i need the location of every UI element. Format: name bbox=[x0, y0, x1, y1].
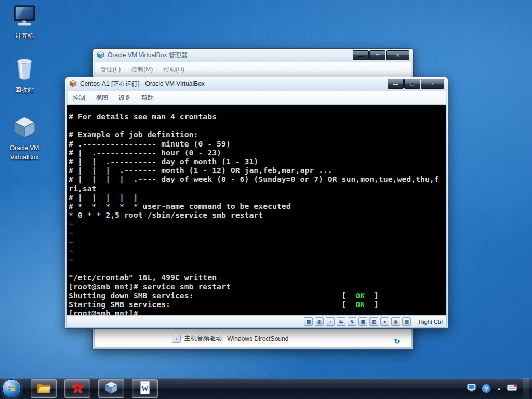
terminal-line: Shutting down SMB services: [ OK ] bbox=[69, 291, 445, 300]
word-icon: W bbox=[139, 381, 151, 397]
optical-disc-icon[interactable] bbox=[315, 317, 324, 326]
vm-window-icon bbox=[69, 79, 77, 89]
vm-window-title: Centos-A1 [正在运行] - Oracle VM VirtualBox bbox=[80, 79, 205, 88]
hdd-icon[interactable] bbox=[304, 317, 313, 326]
vm-status-icons bbox=[304, 317, 411, 326]
tray-help-icon[interactable]: ? bbox=[482, 384, 491, 393]
terminal-line: Starting SMB services: [ OK ] bbox=[69, 300, 445, 309]
tray-hidden-icons-arrow[interactable]: ▲ bbox=[497, 386, 501, 391]
manager-minimize-button[interactable]: — bbox=[353, 50, 369, 60]
terminal-line: # Example of job definition: bbox=[69, 130, 445, 139]
vm-menu-view[interactable]: 视图 bbox=[90, 91, 113, 105]
vm-restore-button[interactable]: □ bbox=[404, 79, 420, 89]
mouse-icon[interactable] bbox=[391, 317, 400, 326]
manager-menu-file[interactable]: 管理(F) bbox=[95, 62, 126, 76]
video-capture-icon[interactable] bbox=[380, 317, 389, 326]
terminal-line: ~ bbox=[69, 237, 445, 246]
terminal-line: # * * * * * user-name command to be exec… bbox=[69, 202, 445, 210]
desktop-icon-computer[interactable]: 计算机 bbox=[2, 5, 47, 40]
host-key-label: Right Ctrl bbox=[419, 318, 443, 325]
terminal-line: # | | .---------- day of month (1 - 31) bbox=[69, 157, 445, 166]
display-icon[interactable] bbox=[369, 317, 378, 326]
terminal-line bbox=[69, 264, 445, 273]
windows-orb-icon bbox=[2, 379, 21, 398]
network-icon[interactable] bbox=[337, 317, 345, 326]
refresh-preview-icon[interactable]: ↻ bbox=[392, 337, 402, 346]
terminal-line: "/etc/crontab" 16L, 499C written bbox=[69, 273, 445, 282]
desktop-icon-recycle-bin[interactable]: 回收站 bbox=[2, 57, 47, 94]
terminal[interactable]: # For details see man 4 crontabs # Examp… bbox=[67, 105, 446, 315]
svg-text:W: W bbox=[141, 385, 149, 393]
terminal-line: # | | | | | bbox=[69, 193, 445, 202]
virtualbox-icon bbox=[2, 115, 47, 141]
desktop-icon-label: Oracle VM VirtualBox bbox=[10, 144, 39, 161]
desktop-icon-label: 回收站 bbox=[15, 86, 34, 94]
virtualbox-taskbar-icon bbox=[104, 381, 118, 396]
system-tray: ? ▲ bbox=[467, 378, 532, 399]
manager-menubar: 管理(F) 控制(M) 帮助(H) bbox=[95, 62, 411, 76]
terminal-line: * 0 * * 2,5 root /sbin/service smb resta… bbox=[69, 210, 445, 219]
audio-icon[interactable] bbox=[326, 317, 335, 326]
terminal-line: # .---------------- minute (0 - 59) bbox=[69, 139, 445, 148]
terminal-line: ~ bbox=[69, 246, 445, 255]
manager-maximize-button[interactable]: □ bbox=[369, 50, 385, 60]
terminal-line: [root@smb mnt]# service smb restart bbox=[69, 282, 445, 291]
taskbar: W ? ▲ bbox=[0, 378, 532, 399]
manager-menu-help[interactable]: 帮助(H) bbox=[158, 62, 190, 76]
audio-driver-row: ♪ 主机音频驱动: Windows DirectSound bbox=[172, 334, 288, 343]
terminal-line bbox=[69, 121, 445, 130]
terminal-line: ~ bbox=[69, 219, 445, 228]
vm-titlebar[interactable]: Centos-A1 [正在运行] - Oracle VM VirtualBox … bbox=[67, 77, 446, 90]
taskbar-word-button[interactable]: W bbox=[132, 379, 158, 398]
audio-icon: ♪ bbox=[172, 335, 181, 343]
vm-menu-devices[interactable]: 设备 bbox=[113, 91, 136, 105]
terminal-line: ~ bbox=[69, 255, 445, 264]
manager-window-title: Oracle VM VirtualBox 管理器 bbox=[108, 51, 188, 60]
audio-driver-label: 主机音频驱动: bbox=[184, 334, 223, 343]
virtualbox-logo-icon bbox=[97, 51, 104, 60]
desktop-icon-label: 计算机 bbox=[15, 32, 34, 39]
taskbar-virtualbox-button[interactable] bbox=[98, 379, 124, 398]
shared-folders-icon[interactable] bbox=[358, 317, 367, 326]
manager-menu-machine[interactable]: 控制(M) bbox=[126, 62, 158, 76]
tray-input-keyboard-icon[interactable] bbox=[507, 384, 517, 393]
terminal-line: ~ bbox=[69, 228, 445, 237]
taskbar-media-app-button[interactable] bbox=[64, 379, 90, 398]
terminal-line: # | | | | .---- day of week (0 - 6) (Sun… bbox=[69, 175, 445, 183]
vm-menu-machine[interactable]: 控制 bbox=[68, 91, 90, 105]
taskbar-explorer-button[interactable] bbox=[31, 379, 57, 398]
red-flower-icon bbox=[71, 381, 84, 396]
vm-minimize-button[interactable]: — bbox=[388, 79, 404, 89]
vm-window: Centos-A1 [正在运行] - Oracle VM VirtualBox … bbox=[65, 77, 448, 329]
keyboard-icon[interactable] bbox=[402, 317, 411, 326]
desktop-icon-virtualbox[interactable]: Oracle VM VirtualBox bbox=[2, 115, 47, 162]
vm-menu-help[interactable]: 帮助 bbox=[136, 91, 159, 105]
terminal-line: # For details see man 4 crontabs bbox=[69, 112, 445, 121]
recycle-bin-icon bbox=[2, 57, 47, 83]
terminal-line: ri,sat bbox=[69, 184, 445, 193]
tray-display-icon[interactable] bbox=[467, 384, 476, 394]
vm-statusbar: Right Ctrl bbox=[67, 315, 446, 327]
manager-close-button[interactable]: × bbox=[386, 50, 409, 60]
statusbar-divider bbox=[415, 318, 415, 325]
explorer-folder-icon bbox=[37, 382, 51, 395]
terminal-line: # | .------------- hour (0 - 23) bbox=[69, 148, 445, 157]
start-button[interactable] bbox=[0, 378, 23, 399]
computer-icon bbox=[2, 5, 47, 29]
audio-driver-value: Windows DirectSound bbox=[227, 335, 288, 342]
terminal-line: [root@smb mnt]# _ bbox=[69, 309, 445, 315]
desktop: 计算机 回收站 Oracle VM VirtualBox bbox=[0, 0, 532, 399]
show-desktop-button[interactable] bbox=[523, 378, 529, 399]
terminal-line: # | | | .------- month (1 - 12) OR jan,f… bbox=[69, 166, 445, 175]
vm-close-button[interactable]: × bbox=[421, 79, 444, 89]
usb-icon[interactable] bbox=[348, 317, 356, 326]
manager-titlebar[interactable]: Oracle VM VirtualBox 管理器 — □ × bbox=[95, 49, 411, 62]
vm-menubar: 控制 视图 设备 帮助 bbox=[67, 90, 446, 105]
